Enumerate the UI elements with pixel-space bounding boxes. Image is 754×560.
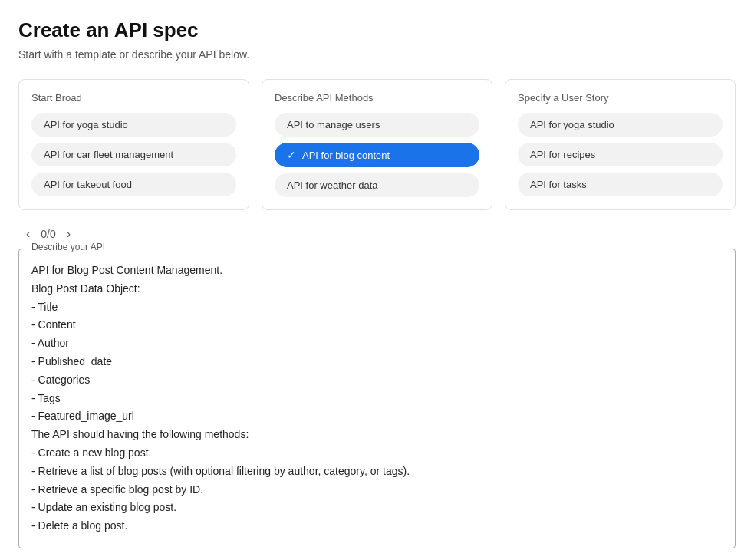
template-option-yoga-studio-story[interactable]: API for yoga studio (518, 113, 723, 137)
template-option-label: API for yoga studio (44, 119, 128, 130)
template-card-describe-methods: Describe API Methods API to manage users… (262, 79, 492, 210)
template-card-user-story: Specify a User Story API for yoga studio… (505, 79, 736, 210)
template-card-start-broad-title: Start Broad (31, 92, 236, 104)
template-option-label: API for recipes (530, 149, 595, 160)
check-icon: ✓ (287, 149, 296, 161)
template-option-label: API for tasks (530, 179, 587, 190)
template-option-blog-content[interactable]: ✓ API for blog content (275, 143, 479, 167)
template-option-takeout-food[interactable]: API for takeout food (31, 173, 236, 196)
template-card-describe-methods-title: Describe API Methods (275, 92, 479, 104)
template-option-weather-data[interactable]: API for weather data (275, 173, 479, 197)
template-option-label: API for blog content (302, 150, 390, 161)
template-option-label: API for takeout food (44, 179, 132, 190)
pagination-count: 0/0 (41, 228, 55, 240)
template-option-car-fleet[interactable]: API for car fleet management (31, 143, 236, 166)
page-subtitle: Start with a template or describe your A… (18, 48, 736, 61)
template-option-manage-users[interactable]: API to manage users (275, 113, 479, 137)
template-option-label: API for weather data (287, 180, 378, 191)
template-option-label: API to manage users (287, 119, 380, 130)
describe-api-label: Describe your API (28, 242, 108, 252)
pagination-prev-button[interactable]: ‹ (21, 226, 35, 242)
template-option-recipes[interactable]: API for recipes (518, 143, 723, 166)
page-title: Create an API spec (18, 18, 736, 42)
template-option-tasks[interactable]: API for tasks (518, 173, 723, 196)
template-card-user-story-title: Specify a User Story (518, 92, 723, 104)
pagination-next-button[interactable]: › (62, 226, 75, 242)
describe-api-text: API for Blog Post Content Management. Bl… (31, 262, 723, 535)
describe-api-container[interactable]: Describe your API API for Blog Post Cont… (18, 249, 736, 548)
pagination-row: ‹ 0/0 › (18, 226, 736, 242)
template-option-label: API for car fleet management (44, 149, 173, 160)
template-card-start-broad: Start Broad API for yoga studio API for … (18, 79, 249, 210)
template-option-label: API for yoga studio (530, 119, 614, 130)
templates-row: Start Broad API for yoga studio API for … (18, 79, 736, 210)
template-option-yoga-studio-broad[interactable]: API for yoga studio (31, 113, 236, 137)
